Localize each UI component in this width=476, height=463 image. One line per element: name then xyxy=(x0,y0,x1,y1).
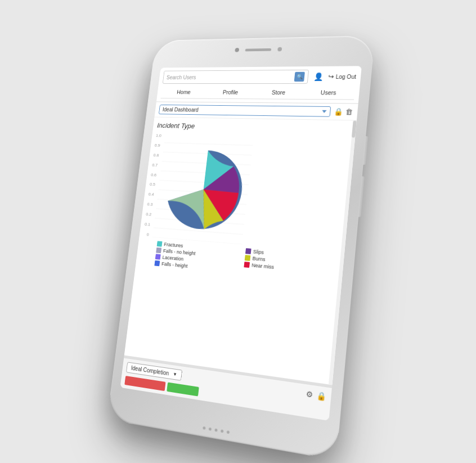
chart-title: Incident Type xyxy=(157,121,349,133)
dashboard-action-icons: 🔒 🗑 xyxy=(334,107,353,116)
speaker-bar xyxy=(245,48,272,51)
y-label-02: 0.2 xyxy=(146,212,152,217)
bar-red xyxy=(124,376,165,391)
tab-users[interactable]: Users xyxy=(318,88,339,97)
app-header: Search Users 🔍 👤 ↪ xyxy=(156,66,362,104)
dashboard-label: Ideal Dashboard xyxy=(162,106,199,113)
phone-screen: Search Users 🔍 👤 ↪ xyxy=(120,66,362,421)
y-label-10: 1.0 xyxy=(156,133,162,137)
falls-no-height-color xyxy=(156,247,161,253)
near-miss-color xyxy=(244,262,250,268)
y-label-07: 0.7 xyxy=(152,162,158,167)
search-placeholder: Search Users xyxy=(167,74,295,80)
phone-top-bar xyxy=(235,47,282,52)
search-icon: 🔍 xyxy=(297,74,303,79)
header-actions: 👤 ↪ Log Out xyxy=(311,70,357,83)
front-camera-dot xyxy=(277,47,282,51)
bottom-dot-4 xyxy=(221,429,223,433)
pie-chart xyxy=(152,132,254,244)
y-label-09: 0.9 xyxy=(154,143,160,148)
bottom-dot-1 xyxy=(203,426,205,429)
bottom-dot-3 xyxy=(214,428,217,431)
y-label-00: 0 xyxy=(143,232,149,237)
search-row: Search Users 🔍 👤 ↪ xyxy=(163,69,357,84)
bottom-dot-5 xyxy=(227,430,230,434)
logout-icon: ↪ xyxy=(328,73,334,80)
bar-green xyxy=(167,382,199,396)
scroll-thumb[interactable] xyxy=(352,120,357,137)
user-icon: 👤 xyxy=(313,72,324,81)
tab-store[interactable]: Store xyxy=(270,88,288,96)
camera-dot xyxy=(235,48,239,52)
power-button[interactable] xyxy=(363,136,369,165)
y-label-06: 0.6 xyxy=(151,172,157,177)
dashboard-dropdown[interactable]: Ideal Dashboard xyxy=(159,104,331,116)
falls-height-color xyxy=(154,260,160,266)
logout-label: Log Out xyxy=(335,73,356,79)
y-label-05: 0.5 xyxy=(150,182,156,187)
fractures-label: Fractures xyxy=(164,241,183,248)
phone-bottom xyxy=(203,426,230,433)
volume-button[interactable] xyxy=(358,176,365,217)
svg-line-2 xyxy=(162,161,251,164)
phone-body: Search Users 🔍 👤 ↪ xyxy=(107,35,375,460)
slips-label: Slips xyxy=(253,249,264,255)
logout-button[interactable]: ↪ Log Out xyxy=(328,73,356,80)
chart-inner: Incident Type 1.0 0.9 0.8 0.7 0.6 0.5 xyxy=(135,117,357,288)
user-icon-button[interactable]: 👤 xyxy=(311,70,326,82)
svg-line-1 xyxy=(163,152,252,155)
dropdown-arrow-icon xyxy=(322,110,326,113)
burns-color xyxy=(245,255,251,261)
tab-profile[interactable]: Profile xyxy=(221,88,241,96)
scene: Search Users 🔍 👤 ↪ xyxy=(0,0,476,463)
chart-container: 1.0 0.9 0.8 0.7 0.6 0.5 0.4 0.3 0.2 0. xyxy=(143,132,348,251)
bottom-dot-2 xyxy=(209,427,212,430)
search-box[interactable]: Search Users 🔍 xyxy=(163,69,309,83)
y-label-01: 0.1 xyxy=(145,222,151,227)
y-label-04: 0.4 xyxy=(148,192,154,197)
nav-tabs: Home Profile Store Users xyxy=(160,86,355,100)
completion-label: Ideal Completion xyxy=(131,365,169,376)
laceration-color xyxy=(155,254,161,259)
completion-arrow-icon: ▼ xyxy=(173,371,177,377)
slips-color xyxy=(245,248,252,254)
gear-icon[interactable]: ⚙ xyxy=(306,389,313,399)
search-button[interactable]: 🔍 xyxy=(294,71,305,81)
tab-home[interactable]: Home xyxy=(174,88,193,96)
lock-icon-bottom[interactable]: 🔒 xyxy=(316,390,327,401)
svg-line-0 xyxy=(164,142,253,145)
y-label-03: 0.3 xyxy=(147,201,153,206)
app-content: Search Users 🔍 👤 ↪ xyxy=(120,66,362,421)
phone: Search Users 🔍 👤 ↪ xyxy=(107,35,375,460)
near-miss-label: Near miss xyxy=(252,262,275,270)
completion-action-icons: ⚙ 🔒 xyxy=(306,389,326,401)
laceration-label: Laceration xyxy=(162,254,184,262)
chart-area: Incident Type 1.0 0.9 0.8 0.7 0.6 0.5 xyxy=(124,117,357,385)
burns-label: Burns xyxy=(252,255,266,262)
lock-icon[interactable]: 🔒 xyxy=(334,107,344,116)
delete-icon[interactable]: 🗑 xyxy=(345,107,353,116)
y-label-08: 0.8 xyxy=(153,152,159,158)
fractures-color xyxy=(157,241,163,246)
